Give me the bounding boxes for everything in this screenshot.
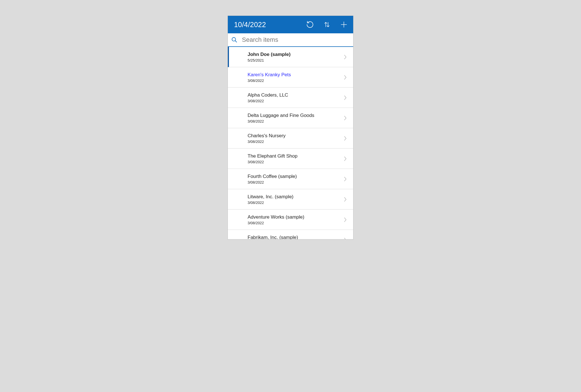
- list-item[interactable]: Delta Luggage and Fine Goods3/08/2022: [228, 108, 353, 128]
- list-item[interactable]: John Doe (sample)5/25/2021: [228, 47, 353, 67]
- list-item-subtitle: 3/08/2022: [248, 140, 343, 144]
- list-item[interactable]: The Elephant Gift Shop3/08/2022: [228, 149, 353, 169]
- chevron-right-icon: [343, 237, 348, 239]
- refresh-icon[interactable]: [306, 20, 314, 29]
- list-item-text: Litware, Inc. (sample)3/08/2022: [248, 194, 343, 204]
- list-item-text: Fabrikam, Inc. (sample)3/08/2022: [248, 234, 343, 239]
- chevron-right-icon: [343, 176, 348, 182]
- search-input[interactable]: [242, 36, 350, 43]
- list-item-text: Delta Luggage and Fine Goods3/08/2022: [248, 112, 343, 123]
- chevron-right-icon: [343, 155, 348, 162]
- list-item-title: Litware, Inc. (sample): [248, 194, 343, 200]
- list-item-subtitle: 5/25/2021: [248, 58, 343, 62]
- chevron-right-icon: [343, 54, 348, 60]
- list-item-text: John Doe (sample)5/25/2021: [248, 51, 343, 62]
- search-bar: [228, 33, 353, 47]
- list-item-subtitle: 3/08/2022: [248, 160, 343, 164]
- list-item-subtitle: 3/08/2022: [248, 119, 343, 123]
- list-item[interactable]: Fabrikam, Inc. (sample)3/08/2022: [228, 230, 353, 239]
- list-item-subtitle: 3/08/2022: [248, 79, 343, 83]
- list-item-title: John Doe (sample): [248, 51, 343, 57]
- header-actions: [306, 20, 348, 29]
- search-icon: [231, 36, 238, 43]
- list-item-text: Charles's Nursery3/08/2022: [248, 133, 343, 143]
- header-title: 10/4/2022: [234, 21, 306, 29]
- list-item-title: Fabrikam, Inc. (sample): [248, 234, 343, 239]
- list-item-title: Delta Luggage and Fine Goods: [248, 112, 343, 118]
- list-item-title: The Elephant Gift Shop: [248, 153, 343, 159]
- list-item-text: Karen's Kranky Pets3/08/2022: [248, 72, 343, 82]
- list-item[interactable]: Charles's Nursery3/08/2022: [228, 128, 353, 149]
- list-item-title: Fourth Coffee (sample): [248, 173, 343, 179]
- sort-icon[interactable]: [323, 20, 331, 29]
- chevron-right-icon: [343, 115, 348, 121]
- list-item-title: Charles's Nursery: [248, 133, 343, 139]
- list-item-subtitle: 3/08/2022: [248, 201, 343, 205]
- list-item-text: Adventure Works (sample)3/08/2022: [248, 214, 343, 225]
- list-item[interactable]: Adventure Works (sample)3/08/2022: [228, 210, 353, 230]
- header-bar: 10/4/2022: [228, 16, 353, 33]
- list-item-subtitle: 3/08/2022: [248, 99, 343, 103]
- list-item-title: Karen's Kranky Pets: [248, 72, 343, 78]
- list-item-title: Adventure Works (sample): [248, 214, 343, 220]
- chevron-right-icon: [343, 74, 348, 81]
- chevron-right-icon: [343, 196, 348, 203]
- list-item-text: The Elephant Gift Shop3/08/2022: [248, 153, 343, 164]
- items-list: John Doe (sample)5/25/2021Karen's Kranky…: [228, 47, 353, 239]
- chevron-right-icon: [343, 94, 348, 101]
- list-item[interactable]: Alpha Coders, LLC3/08/2022: [228, 88, 353, 108]
- list-item-title: Alpha Coders, LLC: [248, 92, 343, 98]
- chevron-right-icon: [343, 216, 348, 223]
- list-item[interactable]: Fourth Coffee (sample)3/08/2022: [228, 169, 353, 189]
- svg-line-5: [235, 41, 237, 42]
- list-item-text: Fourth Coffee (sample)3/08/2022: [248, 173, 343, 184]
- add-icon[interactable]: [340, 20, 348, 29]
- list-item-text: Alpha Coders, LLC3/08/2022: [248, 92, 343, 103]
- app-frame: 10/4/2022: [228, 16, 353, 239]
- chevron-right-icon: [343, 135, 348, 142]
- list-item-subtitle: 3/08/2022: [248, 180, 343, 184]
- list-item[interactable]: Karen's Kranky Pets3/08/2022: [228, 67, 353, 88]
- list-item[interactable]: Litware, Inc. (sample)3/08/2022: [228, 189, 353, 210]
- list-item-subtitle: 3/08/2022: [248, 221, 343, 225]
